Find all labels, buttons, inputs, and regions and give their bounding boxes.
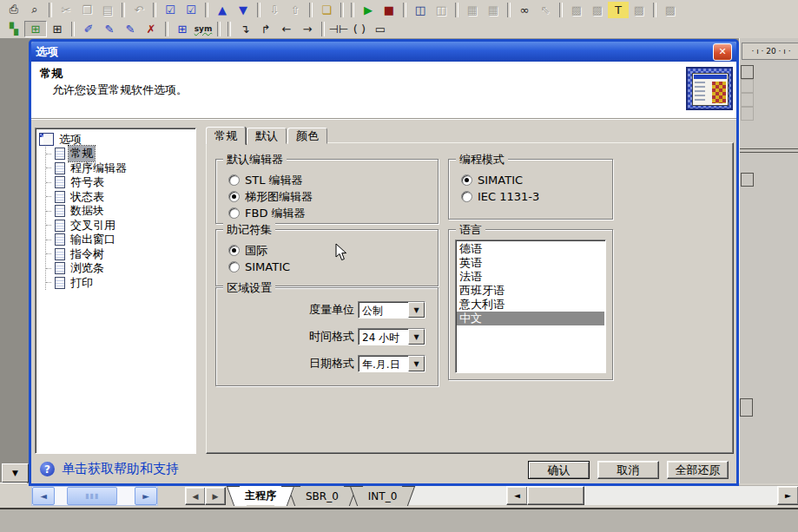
toolbar-separator [340,3,344,17]
tree-root-options[interactable]: 选项 [37,132,194,147]
download-icon[interactable]: ▼ [233,2,254,18]
copy-icon[interactable]: ❐ [76,2,97,18]
branch-down-icon[interactable]: ↴ [234,21,255,37]
insert-network-icon[interactable]: ✐ [78,21,99,37]
editor-cell [741,79,754,93]
overview-icon[interactable]: ▚ [3,21,24,37]
run-icon[interactable]: ▶ [358,2,379,18]
tab-general[interactable]: 常规 [206,127,246,145]
options-icon[interactable]: ❏ [316,2,337,18]
header-title: 常规 [40,66,63,82]
network-map-icon[interactable]: ▩ [660,2,681,18]
sort-ascending-icon[interactable]: ⇩ [264,2,285,18]
language-french[interactable]: 法语 [457,270,604,284]
tab-sbr0[interactable]: SBR_0 [297,485,347,505]
language-spanish[interactable]: 西班牙语 [457,284,604,298]
printer-icon[interactable]: ⎙ [3,2,24,18]
tree-item-cross-reference[interactable]: 交叉引用 [46,219,194,233]
restore-all-button[interactable]: 全部还原 [667,461,729,479]
bookmark-next-icon[interactable]: ▩ [587,2,608,18]
tree-item-program-editor[interactable]: 程序编辑器 [46,161,194,176]
address-grid-icon[interactable]: ⊞ [172,21,193,37]
combo-dropdown-button[interactable]: ▼ [408,302,425,318]
pou-scroll-left-button[interactable]: ◄ [32,487,55,505]
upload-icon[interactable]: ▲ [212,2,233,18]
trend-view-icon[interactable]: ▦ [483,2,504,18]
tab-scroll-left-button[interactable]: ◀ [185,487,206,505]
bookmark-set-icon[interactable]: ▩ [566,2,587,18]
tree-item-symbol-table[interactable]: 符号表 [46,175,194,190]
insert-row-icon[interactable]: ✎ [99,21,120,37]
combo-box[interactable]: 年.月.日 ▼ [358,355,425,372]
radio-simatic-mnemonic[interactable]: SIMATIC [228,259,438,275]
pause-status-icon[interactable]: ◫ [431,2,452,18]
status-glasses-icon[interactable]: ∞ [514,2,535,18]
tab-defaults[interactable]: 默认 [247,128,287,144]
compile-all-icon[interactable]: ☑ [181,2,201,18]
tree-item-general[interactable]: 常规 [46,147,194,161]
statement-table-icon[interactable]: ⊞ [47,21,68,37]
combo-dropdown-button[interactable]: ▼ [408,356,425,371]
arrow-left-icon: ◄ [40,491,47,501]
pou-scrollbar[interactable]: ◄ ▮▮▮ ► [31,486,158,506]
language-listbox[interactable]: 德语 英语 法语 西班牙语 意大利语 中文 [455,240,606,373]
pou-scrollbar-thumb[interactable]: ▮▮▮ [67,487,117,505]
language-german[interactable]: 德语 [457,242,604,256]
bookmark-clear-icon[interactable]: ▩ [629,2,650,18]
cancel-button[interactable]: 取消 [597,461,659,479]
tab-main-program[interactable]: 主程序 [236,485,285,505]
program-status-icon[interactable]: ◫ [410,2,431,18]
help-link[interactable]: ? 单击获取帮助和支持 [40,461,179,477]
tab-scroll-right-button[interactable]: ▶ [205,487,226,505]
radio-international[interactable]: 国际 [228,242,438,259]
undo-icon[interactable]: ↶ [129,2,149,18]
print-preview-icon[interactable]: ⌕ [24,2,45,18]
close-button[interactable]: ✕ [713,43,732,61]
language-english[interactable]: 英语 [457,256,604,270]
contact-icon[interactable]: ⊣⊢ [328,21,349,37]
language-chinese[interactable]: 中文 [457,312,604,325]
coil-icon[interactable]: ( ) [349,21,370,37]
pointer-icon[interactable]: ⇖ [535,2,556,18]
tree-item-output-window[interactable]: 输出窗口 [46,233,194,247]
delete-network-icon[interactable]: ✗ [141,21,162,37]
compile-icon[interactable]: ☑ [160,2,181,18]
wire-left-icon[interactable]: ← [276,21,297,37]
branch-up-icon[interactable]: ↱ [255,21,276,37]
scrollbar-thumb[interactable] [527,486,584,505]
sort-descending-icon[interactable]: ⇧ [285,2,306,18]
cut-icon[interactable]: ✂ [56,2,76,18]
combo-box[interactable]: 24 小时 ▼ [358,328,425,345]
radio-ladder-editor[interactable]: 梯形图编辑器 [228,188,438,205]
confirm-button[interactable]: 确认 [528,461,590,479]
tab-colors[interactable]: 颜色 [287,128,327,144]
radio-stl-editor[interactable]: STL 编辑器 [228,172,438,188]
scroll-right-button[interactable]: ► [777,486,798,505]
chart-status-icon[interactable]: ▦ [462,2,483,18]
bottom-bar: ◄ ► ◄ ▮▮▮ ► ◀ ▶ 主程序 SBR_0 INT_0 [0,483,798,508]
scroll-left-button[interactable]: ◄ [506,486,528,505]
language-italian[interactable]: 意大利语 [457,298,604,312]
tab-int0[interactable]: INT_0 [359,485,406,505]
password-icon[interactable]: T [608,2,629,18]
tree-item-navigation-bar[interactable]: 浏览条 [46,261,194,276]
dialog-titlebar[interactable]: 选项 ✕ [31,42,736,62]
tree-item-print[interactable]: 打印 [46,276,194,291]
paste-icon[interactable]: ▤ [97,2,118,18]
radio-simatic[interactable]: SIMATIC [461,172,612,188]
ladder-view-icon[interactable]: ⊞ [24,21,47,37]
radio-iec-1131-3[interactable]: IEC 1131-3 [461,188,612,205]
radio-fbd-editor[interactable]: FBD 编辑器 [228,205,438,221]
wire-right-icon[interactable]: → [297,21,318,37]
combo-box[interactable]: 公制 ▼ [358,301,425,319]
tree-item-status-chart[interactable]: 状态表 [46,190,194,205]
left-panel-dropdown-button[interactable]: ▼ [2,463,29,483]
tree-item-data-block[interactable]: 数据块 [46,204,194,219]
delete-row-icon[interactable]: ✎ [120,21,141,37]
pou-scroll-right-button[interactable]: ► [135,487,157,505]
combo-dropdown-button[interactable]: ▼ [408,329,425,345]
box-icon[interactable]: ▭ [370,21,391,37]
tree-item-instruction-tree[interactable]: 指令树 [46,247,194,262]
stop-icon[interactable]: ■ [379,2,399,18]
symbol-table-icon[interactable]: sym [193,21,214,37]
